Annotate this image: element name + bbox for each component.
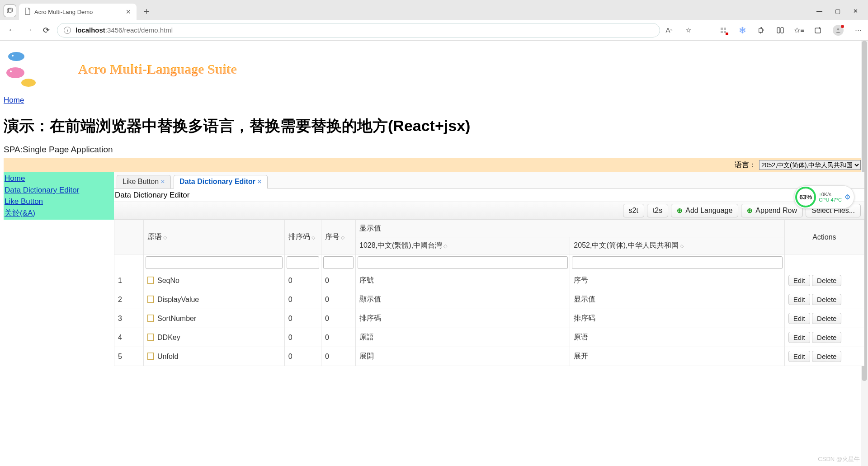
- cell-actions: Edit Delete: [784, 290, 864, 309]
- cell-primary: SortNumber: [144, 309, 285, 328]
- svg-rect-6: [777, 28, 780, 33]
- read-aloud-icon[interactable]: A»: [665, 26, 674, 35]
- cell-primary: SeqNo: [144, 271, 285, 290]
- svg-rect-4: [721, 31, 723, 33]
- t2s-button[interactable]: t2s: [647, 204, 668, 217]
- tab-data-dictionary-editor[interactable]: Data Dictionary Editor ✕: [174, 175, 268, 188]
- overflow-menu-icon[interactable]: ⋯: [854, 26, 863, 35]
- tab-close-icon[interactable]: ✕: [160, 179, 165, 185]
- cell-seq-no: 0: [321, 328, 356, 347]
- tab-close-icon[interactable]: ✕: [257, 179, 262, 185]
- panel-tab-strip: Like Button ✕ Data Dictionary Editor ✕: [114, 172, 864, 189]
- filter-cn[interactable]: [572, 256, 782, 269]
- svg-point-12: [6, 67, 24, 78]
- collections-icon[interactable]: [814, 26, 823, 35]
- perf-settings-icon[interactable]: ⚙: [844, 193, 850, 201]
- perf-widget[interactable]: 63% 0K/s CPU 47°C ⚙: [794, 185, 854, 209]
- edit-button[interactable]: Edit: [788, 294, 810, 305]
- edit-button[interactable]: Edit: [788, 313, 810, 324]
- table-row: 4DDKey00原語原语Edit Delete: [114, 328, 864, 347]
- new-tab-button[interactable]: ＋: [137, 5, 156, 20]
- cell-sort-num: 0: [284, 290, 321, 309]
- profile-avatar[interactable]: [833, 25, 844, 36]
- edit-button[interactable]: Edit: [788, 275, 810, 286]
- s2t-button[interactable]: s2t: [623, 204, 644, 217]
- favorite-icon[interactable]: ☆: [684, 26, 693, 35]
- delete-button[interactable]: Delete: [812, 275, 841, 286]
- add-language-button[interactable]: ⊕Add Language: [671, 204, 738, 217]
- svg-point-13: [10, 71, 12, 72]
- browser-toolbar: ← → ⟳ i localhost:3456/react/demo.html A…: [0, 20, 868, 41]
- site-info-icon[interactable]: i: [64, 27, 71, 34]
- append-row-button[interactable]: ⊕Append Row: [741, 204, 803, 217]
- split-screen-icon[interactable]: [776, 26, 785, 35]
- row-index: 3: [114, 309, 144, 328]
- sidebar-item-about[interactable]: 关於(&A): [4, 207, 114, 219]
- reload-button[interactable]: ⟳: [40, 25, 52, 35]
- filter-row: [114, 254, 864, 271]
- watermark: CSDN @火星牛: [818, 455, 860, 463]
- language-select[interactable]: 2052,中文(简体),中华人民共和国: [759, 160, 861, 170]
- editor-title: Data Dictionary Editor: [114, 189, 864, 202]
- col-cn[interactable]: 2052,中文(简体),中华人民共和国: [574, 241, 683, 249]
- logo-text: Acro Multi-Language Suite: [78, 61, 237, 77]
- filter-sort-num[interactable]: [287, 256, 319, 269]
- address-bar[interactable]: i localhost:3456/react/demo.html: [57, 23, 660, 38]
- table-row: 1SeqNo00序號序号Edit Delete: [114, 271, 864, 290]
- cell-sort-num: 0: [284, 347, 321, 366]
- cell-seq-no: 0: [321, 271, 356, 290]
- delete-button[interactable]: Delete: [812, 294, 841, 305]
- sidebar-item-like-button[interactable]: Like Button: [4, 196, 114, 207]
- back-button[interactable]: ←: [5, 25, 18, 35]
- cell-sort-num: 0: [284, 309, 321, 328]
- forward-button[interactable]: →: [23, 25, 35, 35]
- table-row: 2DisplayValue00顯示值显示值Edit Delete: [114, 290, 864, 309]
- browser-tab-title: Acro Multi-Lang Demo: [34, 9, 93, 15]
- tab-collections-button[interactable]: [4, 5, 16, 17]
- tab-like-button[interactable]: Like Button ✕: [117, 175, 171, 188]
- cell-actions: Edit Delete: [784, 271, 864, 290]
- extensions-icon[interactable]: [757, 26, 766, 35]
- favorites-list-icon[interactable]: ✩≡: [795, 26, 804, 35]
- svg-point-14: [21, 79, 36, 87]
- col-seq-no[interactable]: 序号: [325, 233, 344, 240]
- edit-button[interactable]: Edit: [788, 351, 810, 362]
- sidebar-item-home[interactable]: Home: [4, 173, 114, 184]
- close-tab-icon[interactable]: ✕: [126, 8, 131, 15]
- delete-button[interactable]: Delete: [812, 351, 841, 362]
- filter-tw[interactable]: [358, 256, 568, 269]
- close-window-button[interactable]: ✕: [853, 8, 858, 14]
- top-home-link[interactable]: Home: [4, 96, 24, 105]
- edit-button[interactable]: Edit: [788, 332, 810, 343]
- svg-rect-3: [724, 28, 726, 30]
- row-index: 1: [114, 271, 144, 290]
- cell-tw: 顯示值: [355, 290, 570, 309]
- maximize-button[interactable]: ▢: [835, 8, 840, 14]
- minimize-button[interactable]: —: [816, 8, 822, 14]
- delete-button[interactable]: Delete: [812, 332, 841, 343]
- browser-tab-active[interactable]: Acro Multi-Lang Demo ✕: [19, 4, 137, 20]
- sidebar-item-data-dictionary-editor[interactable]: Data Dictionary Editor: [4, 184, 114, 196]
- extension-bird-icon[interactable]: ❄: [738, 26, 747, 35]
- editor-toolbar: s2t t2s ⊕Add Language ⊕Append Row Select…: [114, 202, 864, 220]
- row-index: 5: [114, 347, 144, 366]
- svg-point-10: [8, 52, 24, 61]
- cell-cn: 显示值: [570, 290, 784, 309]
- filter-seq-no[interactable]: [323, 256, 354, 269]
- table-row: 5Unfold00展開展开Edit Delete: [114, 347, 864, 366]
- delete-button[interactable]: Delete: [812, 313, 841, 324]
- perf-percentage: 63%: [795, 187, 816, 207]
- col-tw[interactable]: 1028,中文(繁體),中國台灣: [359, 241, 447, 249]
- cell-primary: DDKey: [144, 328, 285, 347]
- fish-icon: [4, 47, 40, 92]
- extension-1-icon[interactable]: [719, 26, 728, 35]
- url-path: :3456/react/demo.html: [105, 26, 173, 34]
- col-primary[interactable]: 原语: [147, 233, 167, 240]
- document-icon: [147, 296, 154, 303]
- col-sort-num[interactable]: 排序码: [288, 233, 315, 240]
- cell-sort-num: 0: [284, 328, 321, 347]
- filter-primary[interactable]: [146, 256, 283, 269]
- page-viewport: Acro Multi-Language Suite Home 演示：在前端浏览器…: [0, 41, 868, 466]
- svg-point-9: [837, 28, 840, 30]
- plus-icon: ⊕: [677, 207, 683, 215]
